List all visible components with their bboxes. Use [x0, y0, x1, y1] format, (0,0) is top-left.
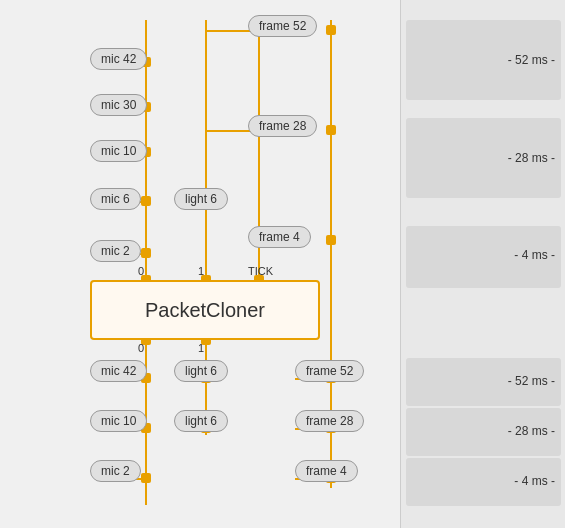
node-frame28-in[interactable]: frame 28 — [248, 115, 317, 137]
dot-frame52-30 — [326, 25, 336, 35]
timeline-label-4ms-bottom: - 4 ms - — [514, 474, 555, 488]
node-light6-out1[interactable]: light 6 — [174, 360, 228, 382]
packet-cloner-box: PacketCloner — [90, 280, 320, 340]
node-mic10-out[interactable]: mic 10 — [90, 410, 147, 432]
node-mic6-in[interactable]: mic 6 — [90, 188, 141, 210]
dot-col0-478 — [141, 473, 151, 483]
port-label-tick: TICK — [248, 265, 273, 277]
node-mic2-out[interactable]: mic 2 — [90, 460, 141, 482]
node-frame4-in[interactable]: frame 4 — [248, 226, 311, 248]
node-light6-in[interactable]: light 6 — [174, 188, 228, 210]
timeline-area: - 52 ms - - 28 ms - - 4 ms - - 52 ms - -… — [400, 0, 565, 528]
dot-col0-253 — [141, 248, 151, 258]
line-frame4out-v — [330, 230, 332, 488]
port-label-0-top: 0 — [138, 265, 144, 277]
dot-col0-201 — [141, 196, 151, 206]
packet-cloner-label: PacketCloner — [145, 299, 265, 322]
diagram-area: PacketCloner 0 1 TICK 0 1 mic 42 mic 30 … — [0, 0, 400, 528]
timeline-label-4ms-top: - 4 ms - — [514, 248, 555, 262]
timeline-label-52ms-top: - 52 ms - — [508, 53, 555, 67]
node-mic30-in[interactable]: mic 30 — [90, 94, 147, 116]
line-col1-in — [205, 20, 207, 280]
node-mic2-in[interactable]: mic 2 — [90, 240, 141, 262]
line-frame28-h — [205, 130, 255, 132]
dot-frame4-240 — [326, 235, 336, 245]
node-mic42-in[interactable]: mic 42 — [90, 48, 147, 70]
port-label-1-bottom: 1 — [198, 342, 204, 354]
node-mic42-out[interactable]: mic 42 — [90, 360, 147, 382]
dot-frame28-130 — [326, 125, 336, 135]
port-label-0-bottom: 0 — [138, 342, 144, 354]
line-frame52-h — [205, 30, 255, 32]
node-frame4-out[interactable]: frame 4 — [295, 460, 358, 482]
port-label-1-top: 1 — [198, 265, 204, 277]
node-light6-out2[interactable]: light 6 — [174, 410, 228, 432]
node-mic10-in[interactable]: mic 10 — [90, 140, 147, 162]
main-container: PacketCloner 0 1 TICK 0 1 mic 42 mic 30 … — [0, 0, 565, 528]
timeline-label-28ms-top: - 28 ms - — [508, 151, 555, 165]
node-frame28-out[interactable]: frame 28 — [295, 410, 364, 432]
timeline-label-52ms-bottom: - 52 ms - — [508, 374, 555, 388]
timeline-label-28ms-bottom: - 28 ms - — [508, 424, 555, 438]
node-frame52-out[interactable]: frame 52 — [295, 360, 364, 382]
node-frame52-in[interactable]: frame 52 — [248, 15, 317, 37]
